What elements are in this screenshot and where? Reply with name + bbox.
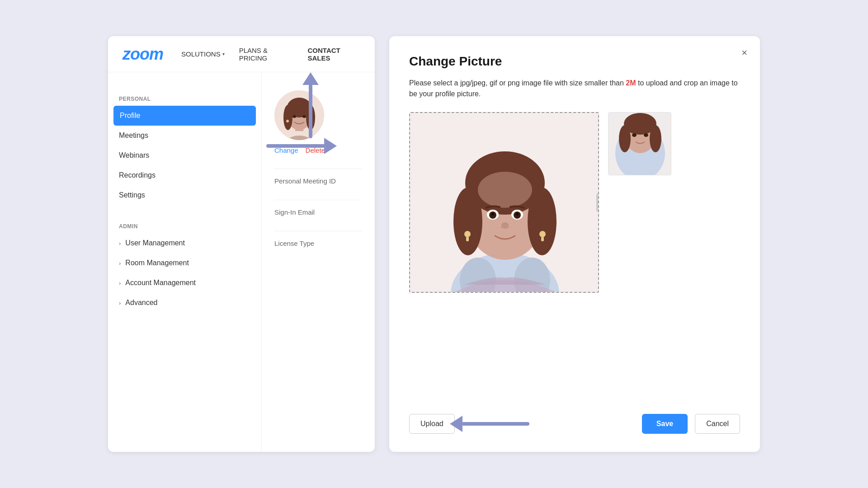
personal-meeting-id-field: Personal Meeting ID (274, 169, 362, 185)
profile-label: Profile (120, 112, 140, 120)
room-management-label: Room Management (125, 259, 189, 267)
sidebar-item-user-management[interactable]: › User Management (108, 233, 261, 253)
svg-point-41 (644, 133, 648, 137)
personal-section-label: PERSONAL (108, 96, 261, 102)
svg-point-38 (619, 125, 631, 152)
svg-point-5 (283, 105, 292, 130)
chevron-right-icon: › (119, 300, 121, 306)
change-link[interactable]: Change (274, 146, 298, 154)
modal-footer: Upload Save Cancel (409, 414, 740, 434)
chevron-right-icon: › (119, 240, 121, 247)
top-nav: zoom SOLUTIONS ▾ PLANS & PRICING CONTACT… (108, 36, 375, 72)
left-panel: zoom SOLUTIONS ▾ PLANS & PRICING CONTACT… (108, 36, 375, 452)
crop-canvas (409, 112, 599, 293)
delete-link[interactable]: Delete (306, 146, 325, 154)
save-button[interactable]: Save (642, 414, 688, 434)
modal-title: Change Picture (409, 54, 740, 69)
settings-label: Settings (119, 191, 145, 199)
user-management-label: User Management (125, 239, 185, 247)
svg-rect-31 (541, 237, 544, 241)
webinars-label: Webinars (119, 151, 149, 160)
license-type-field: License Type (274, 231, 362, 248)
plans-nav[interactable]: PLANS & PRICING (239, 47, 293, 62)
sidebar-item-meetings[interactable]: Meetings (108, 126, 261, 145)
sidebar-item-recordings[interactable]: Recordings (108, 165, 261, 185)
avatar-actions: Change Delete (274, 146, 325, 154)
description-text-part1: Please select a jpg/jpeg, gif or png ima… (409, 79, 626, 87)
personal-meeting-id-label: Personal Meeting ID (274, 177, 336, 185)
crop-handle[interactable] (596, 193, 599, 211)
contact-sales-nav[interactable]: CONTACT SALES (308, 47, 360, 62)
zoom-logo: zoom (123, 45, 163, 64)
svg-point-19 (528, 188, 557, 255)
change-picture-modal: × Change Picture Please select a jpg/jpe… (389, 36, 760, 452)
footer-right: Save Cancel (642, 414, 740, 434)
svg-point-40 (632, 133, 637, 137)
svg-point-18 (453, 188, 482, 255)
arrow-head-up (302, 72, 319, 85)
solutions-nav[interactable]: SOLUTIONS ▾ (181, 50, 225, 58)
advanced-label: Advanced (125, 299, 157, 307)
profile-main: Change Delete Personal Meeting ID Sign-I… (262, 72, 375, 452)
left-content: PERSONAL Profile Meetings Webinars Recor… (108, 72, 375, 452)
cancel-button[interactable]: Cancel (695, 414, 740, 434)
admin-section-label: ADMIN (108, 223, 261, 230)
svg-point-26 (516, 213, 519, 216)
svg-point-7 (292, 115, 296, 118)
svg-point-28 (464, 231, 471, 237)
recordings-label: Recordings (119, 171, 156, 179)
crop-image (410, 113, 599, 293)
account-management-label: Account Management (125, 279, 196, 287)
avatar-image (274, 90, 324, 140)
sign-in-email-label: Sign-In Email (274, 208, 315, 216)
svg-point-23 (491, 213, 494, 216)
sidebar-item-room-management[interactable]: › Room Management (108, 253, 261, 273)
sidebar-item-profile[interactable]: Profile (113, 106, 256, 126)
svg-point-30 (539, 231, 546, 237)
avatar-wrapper (274, 90, 324, 140)
sidebar-item-settings[interactable]: Settings (108, 185, 261, 205)
crop-preview (608, 112, 671, 175)
modal-close-button[interactable]: × (741, 47, 747, 59)
svg-point-20 (478, 172, 532, 208)
svg-point-39 (650, 125, 661, 152)
sidebar-item-account-management[interactable]: › Account Management (108, 273, 261, 293)
chevron-right-icon: › (119, 280, 121, 286)
sign-in-email-field: Sign-In Email (274, 200, 362, 216)
svg-point-6 (306, 105, 315, 130)
svg-point-27 (501, 222, 509, 228)
svg-point-8 (302, 115, 306, 118)
chevron-right-icon: › (119, 260, 121, 267)
license-type-label: License Type (274, 239, 314, 247)
upload-button[interactable]: Upload (409, 414, 455, 434)
svg-rect-29 (466, 237, 469, 241)
size-limit-text: 2M (626, 79, 636, 87)
chevron-down-icon: ▾ (222, 52, 225, 56)
sidebar-item-advanced[interactable]: › Advanced (108, 293, 261, 313)
modal-crop-area (409, 112, 740, 399)
profile-avatar-section: Change Delete (274, 90, 362, 154)
sidebar-item-webinars[interactable]: Webinars (108, 145, 261, 165)
sidebar: PERSONAL Profile Meetings Webinars Recor… (108, 72, 262, 452)
left-arrow-annotation (450, 416, 529, 432)
meetings-label: Meetings (119, 131, 148, 140)
preview-image (609, 113, 671, 175)
arrow-shaft-left (462, 422, 529, 426)
nav-links: SOLUTIONS ▾ PLANS & PRICING CONTACT SALE… (181, 47, 360, 62)
modal-description: Please select a jpg/jpeg, gif or png ima… (409, 78, 740, 99)
svg-point-9 (286, 120, 289, 122)
